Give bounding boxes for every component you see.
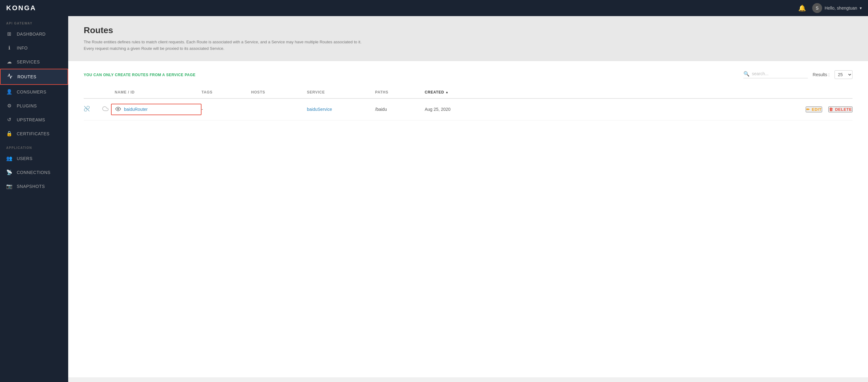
sidebar-item-label: CERTIFICATES [17, 131, 50, 136]
toolbar: YOU CAN ONLY CREATE ROUTES FROM A SERVIC… [84, 70, 852, 79]
certificates-icon: 🔒 [6, 131, 12, 137]
create-notice[interactable]: YOU CAN ONLY CREATE ROUTES FROM A SERVIC… [84, 73, 196, 77]
sidebar-item-label: PLUGINS [17, 103, 37, 108]
upstreams-icon: ↺ [6, 117, 12, 123]
sidebar-section-api-gateway: API GATEWAY [0, 16, 68, 27]
sidebar-item-connections[interactable]: 📡 CONNECTIONS [0, 165, 68, 179]
avatar: S [812, 3, 822, 13]
route-name-link[interactable]: baiduRouter [124, 107, 148, 112]
col-paths-label: PATHS [375, 90, 389, 95]
dashboard-icon: ⊞ [6, 31, 12, 37]
col-hosts-label: HOSTS [251, 90, 265, 95]
routes-icon [7, 73, 13, 80]
sidebar-item-label: UPSTREAMS [17, 117, 45, 122]
col-tags-label: TAGS [202, 90, 213, 95]
created-date: Aug 25, 2020 [425, 107, 806, 112]
service-link[interactable]: baiduService [307, 107, 332, 112]
topbar: KONGA 🔔 S Hello, shengtuan ▾ [0, 0, 868, 16]
sidebar-item-label: USERS [17, 156, 33, 161]
sidebar-item-routes[interactable]: ROUTES [0, 69, 68, 85]
sidebar-item-services[interactable]: ☁ SERVICES [0, 55, 68, 69]
cloud-icon [102, 106, 108, 113]
sidebar-item-label: SERVICES [17, 60, 40, 64]
svg-point-1 [118, 108, 119, 110]
sidebar-item-info[interactable]: ℹ INFO [0, 41, 68, 55]
sidebar-item-label: SNAPSHOTS [17, 184, 45, 189]
sidebar-item-label: DASHBOARD [17, 32, 45, 37]
col-name[interactable]: NAME / ID [115, 90, 202, 95]
search-icon: 🔍 [743, 71, 750, 77]
col-service-label: SERVICE [307, 90, 325, 95]
plugins-icon: ⚙ [6, 103, 12, 109]
sidebar-item-label: INFO [17, 45, 28, 50]
col-icon2 [102, 90, 115, 95]
delete-trash-icon: 🗑 [829, 107, 833, 112]
sidebar-item-dashboard[interactable]: ⊞ DASHBOARD [0, 27, 68, 41]
toolbar-right: 🔍 Results : 25 50 100 [743, 70, 852, 79]
col-service-value: baiduService [307, 107, 375, 112]
connections-icon: 📡 [6, 169, 12, 175]
sort-asc-icon: ▲ [445, 91, 449, 94]
search-wrap: 🔍 [743, 71, 808, 78]
col-link-icon [84, 106, 102, 113]
col-name-label: NAME / ID [115, 90, 135, 95]
sidebar-item-label: CONNECTIONS [17, 170, 51, 175]
page-description: The Route entities defines rules to matc… [84, 39, 363, 52]
content-area: YOU CAN ONLY CREATE ROUTES FROM A SERVIC… [68, 61, 868, 377]
page-title: Routes [84, 25, 852, 35]
logo: KONGA [6, 4, 36, 12]
page-header: Routes The Route entities defines rules … [68, 16, 868, 61]
snapshots-icon: 📷 [6, 183, 12, 189]
results-per-page-select[interactable]: 25 50 100 [835, 70, 852, 79]
sidebar-item-upstreams[interactable]: ↺ UPSTREAMS [0, 113, 68, 127]
consumers-icon: 👤 [6, 89, 12, 95]
table-row: baiduRouter - baiduService /baidu Aug 25… [84, 99, 852, 120]
search-input[interactable] [752, 71, 808, 76]
sidebar-item-label: ROUTES [18, 74, 36, 79]
col-created-actions: Aug 25, 2020 ✏ EDIT 🗑 DELETE [425, 106, 852, 112]
main-content: Routes The Route entities defines rules … [68, 16, 868, 382]
sidebar-item-certificates[interactable]: 🔒 CERTIFICATES [0, 127, 68, 141]
col-service[interactable]: SERVICE [307, 90, 375, 95]
bell-icon[interactable]: 🔔 [798, 4, 806, 12]
sidebar: API GATEWAY ⊞ DASHBOARD ℹ INFO ☁ SERVICE… [0, 16, 68, 382]
results-label: Results : [813, 72, 830, 77]
col-created[interactable]: CREATED ▲ [425, 90, 852, 95]
col-paths-value: /baidu [375, 107, 425, 112]
eye-icon [115, 106, 121, 113]
col-tags[interactable]: TAGS [202, 90, 251, 95]
users-icon: 👥 [6, 155, 12, 161]
chevron-down-icon: ▾ [860, 6, 862, 10]
col-created-label: CREATED [425, 90, 444, 95]
sidebar-item-plugins[interactable]: ⚙ PLUGINS [0, 99, 68, 113]
routes-table: NAME / ID TAGS HOSTS SERVICE PATHS [84, 86, 852, 120]
edit-button[interactable]: ✏ EDIT [806, 106, 822, 112]
delete-button[interactable]: 🗑 DELETE [828, 106, 852, 112]
route-name-cell: baiduRouter [111, 104, 202, 115]
logo-text: KONGA [6, 4, 36, 12]
toolbar-left: YOU CAN ONLY CREATE ROUTES FROM A SERVIC… [84, 72, 196, 77]
edit-pencil-icon: ✏ [806, 107, 810, 112]
col-icon1 [84, 90, 102, 95]
services-icon: ☁ [6, 59, 12, 65]
sidebar-item-label: CONSUMERS [17, 90, 46, 95]
sidebar-section-application: APPLICATION [0, 141, 68, 151]
sidebar-item-consumers[interactable]: 👤 CONSUMERS [0, 85, 68, 99]
user-menu[interactable]: S Hello, shengtuan ▾ [812, 3, 862, 13]
table-header: NAME / ID TAGS HOSTS SERVICE PATHS [84, 86, 852, 99]
col-hosts[interactable]: HOSTS [251, 90, 307, 95]
user-greeting: Hello, shengtuan [825, 6, 857, 10]
topbar-right: 🔔 S Hello, shengtuan ▾ [798, 3, 862, 13]
unlink-icon [84, 106, 90, 113]
sidebar-item-snapshots[interactable]: 📷 SNAPSHOTS [0, 179, 68, 193]
col-paths[interactable]: PATHS [375, 90, 425, 95]
sidebar-item-users[interactable]: 👥 USERS [0, 151, 68, 165]
col-tags-value: - [202, 107, 251, 112]
info-icon: ℹ [6, 45, 12, 51]
